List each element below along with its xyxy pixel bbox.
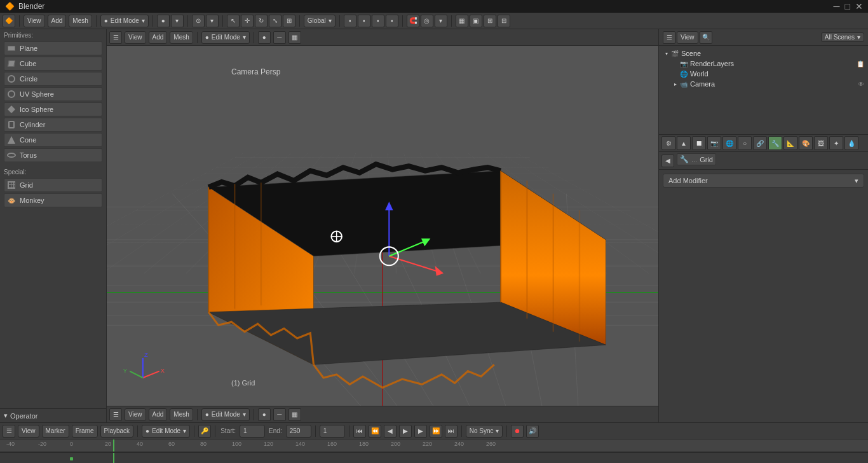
mesh-menu[interactable]: Mesh xyxy=(69,15,92,27)
props-icon-render[interactable]: 📷 xyxy=(707,136,721,150)
right-view-btn[interactable]: View xyxy=(677,31,698,44)
primitive-plane[interactable]: Plane xyxy=(4,41,102,55)
viewport-view-menu[interactable]: View xyxy=(125,31,146,44)
display-icon-1[interactable]: ▦ xyxy=(456,15,468,27)
timeline-track[interactable] xyxy=(0,452,868,463)
primitive-circle[interactable]: Circle xyxy=(4,72,102,86)
timeline-playback-menu[interactable]: Playback xyxy=(100,425,134,438)
props-icon-scene[interactable]: 🔲 xyxy=(692,136,706,150)
viewport-menu-icon[interactable]: ☰ xyxy=(109,31,122,44)
layer-icon-1[interactable]: ▪ xyxy=(344,15,356,27)
play-next-frame-btn[interactable]: ▶ xyxy=(414,425,427,438)
primitive-cone[interactable]: Cone xyxy=(4,133,102,147)
props-icon-data[interactable]: 📐 xyxy=(783,136,797,150)
primitive-uvsphere[interactable]: UV Sphere xyxy=(4,87,102,101)
footer-face-select[interactable]: ▦ xyxy=(288,408,301,421)
operator-header[interactable]: ▾ Operator xyxy=(4,411,102,420)
rotate-icon[interactable]: ↻ xyxy=(255,15,268,27)
record-btn[interactable]: ⏺ xyxy=(511,425,524,438)
close-button[interactable]: ✕ xyxy=(855,1,863,11)
outliner-world[interactable]: 🌐 World xyxy=(661,69,865,79)
viewport-footer-add[interactable]: Add xyxy=(149,408,168,421)
timeline-marker-menu[interactable]: Marker xyxy=(42,425,69,438)
shading-solid-icon[interactable]: ● xyxy=(157,15,170,27)
viewport-mesh-menu[interactable]: Mesh xyxy=(170,31,193,44)
grab-icon[interactable]: ✛ xyxy=(241,15,254,27)
timeline-frame-menu[interactable]: Frame xyxy=(72,425,98,438)
add-menu[interactable]: Add xyxy=(48,15,67,27)
timeline-view-menu[interactable]: View xyxy=(18,425,39,438)
add-modifier-button[interactable]: Add Modifier ▾ xyxy=(663,174,864,188)
layer-icon-2[interactable]: ▪ xyxy=(358,15,370,27)
mesh-face-select[interactable]: ▦ xyxy=(288,31,301,44)
view-menu[interactable]: View xyxy=(24,15,45,27)
viewport-edit-mode[interactable]: ● Edit Mode ▾ xyxy=(201,31,250,44)
snap-toggle-icon[interactable]: 🧲 xyxy=(407,15,419,27)
viewport-canvas[interactable]: Camera Persp xyxy=(107,46,658,406)
pivot-dropdown-icon[interactable]: ▾ xyxy=(206,15,219,27)
timeline-ruler[interactable]: -40 -20 0 20 40 60 80 100 120 140 160 18… xyxy=(0,439,868,452)
special-grid[interactable]: Grid xyxy=(4,178,102,192)
footer-vert-select[interactable]: ● xyxy=(258,408,271,421)
props-icon-texture[interactable]: 🖼 xyxy=(814,136,828,150)
props-icon-world[interactable]: 🌐 xyxy=(722,136,736,150)
outliner-scene[interactable]: ▾ 🎬 Scene xyxy=(661,48,865,59)
viewport-footer-menu[interactable]: ☰ xyxy=(109,408,122,421)
play-btn[interactable]: ▶ xyxy=(399,425,412,438)
viewport[interactable]: ☰ View Add Mesh ● Edit Mode ▾ ● ─ ▦ Came… xyxy=(107,29,658,422)
timeline-key-icon[interactable]: 🔑 xyxy=(198,425,211,438)
props-icon-modifier[interactable]: 🔧 xyxy=(768,136,782,150)
outliner-camera[interactable]: ▸ 📹 Camera 👁 xyxy=(661,79,865,89)
props-icon-material[interactable]: 🎨 xyxy=(799,136,813,150)
primitive-icosphere[interactable]: Ico Sphere xyxy=(4,102,102,116)
transform-icon[interactable]: ⊞ xyxy=(283,15,295,27)
global-dropdown[interactable]: Global ▾ xyxy=(304,15,336,27)
audio-btn[interactable]: 🔊 xyxy=(526,425,539,438)
play-prev-frame-btn[interactable]: ◀ xyxy=(384,425,397,438)
end-frame-input[interactable]: 250 xyxy=(286,425,311,438)
maximize-button[interactable]: □ xyxy=(845,1,850,11)
shading-options-icon[interactable]: ▾ xyxy=(171,15,184,27)
sync-dropdown[interactable]: No Sync ▾ xyxy=(466,425,503,438)
primitive-cube[interactable]: Cube xyxy=(4,57,102,71)
current-frame-input[interactable]: 1 xyxy=(320,425,345,438)
select-icon[interactable]: ↖ xyxy=(227,15,240,27)
props-icon-object[interactable]: ⚙ xyxy=(661,136,675,150)
display-icon-2[interactable]: ▣ xyxy=(470,15,482,27)
scene-expand-icon[interactable]: ▾ xyxy=(663,50,670,57)
layer-icon-3[interactable]: ▪ xyxy=(372,15,384,27)
special-monkey[interactable]: 🐵 Monkey xyxy=(4,193,102,207)
viewport-footer-mode[interactable]: ● Edit Mode ▾ xyxy=(201,408,250,421)
timeline-mode[interactable]: ● Edit Mode ▾ xyxy=(142,425,190,438)
start-frame-input[interactable]: 1 xyxy=(240,425,265,438)
edit-mode-dropdown[interactable]: ● Edit Mode ▾ xyxy=(100,15,149,27)
timeline-menu-icon[interactable]: ☰ xyxy=(3,425,15,438)
snap-options-icon[interactable]: ▾ xyxy=(435,15,447,27)
blender-menu-icon[interactable]: 🔶 xyxy=(3,15,15,27)
viewport-footer-view[interactable]: View xyxy=(125,408,146,421)
search-icon[interactable]: 🔍 xyxy=(700,31,712,44)
right-view-icon[interactable]: ☰ xyxy=(663,31,675,44)
play-next-key-btn[interactable]: ⏩ xyxy=(430,425,442,438)
play-jump-start-btn[interactable]: ⏮ xyxy=(353,425,366,438)
props-icon-object2[interactable]: ○ xyxy=(738,136,752,150)
scale-icon[interactable]: ⤡ xyxy=(269,15,281,27)
props-icon-physics[interactable]: 💧 xyxy=(844,136,858,150)
mesh-edge-select[interactable]: ─ xyxy=(273,31,286,44)
props-icon-mesh[interactable]: ▲ xyxy=(677,136,691,150)
play-jump-end-btn[interactable]: ⏭ xyxy=(445,425,458,438)
primitive-cylinder[interactable]: Cylinder xyxy=(4,118,102,132)
minimize-button[interactable]: ─ xyxy=(834,1,840,11)
mesh-vert-select[interactable]: ● xyxy=(258,31,271,44)
footer-edge-select[interactable]: ─ xyxy=(273,408,286,421)
display-icon-4[interactable]: ⊟ xyxy=(498,15,510,27)
props-nav-back[interactable]: ◀ xyxy=(661,155,674,167)
outliner-renderlayers[interactable]: 📷 RenderLayers 📋 xyxy=(661,59,865,69)
display-icon-3[interactable]: ⊞ xyxy=(484,15,496,27)
viewport-footer-mesh[interactable]: Mesh xyxy=(170,408,193,421)
pivot-icon[interactable]: ⊙ xyxy=(192,15,205,27)
primitive-torus[interactable]: Torus xyxy=(4,148,102,162)
snap-type-icon[interactable]: ◎ xyxy=(421,15,433,27)
play-prev-key-btn[interactable]: ⏪ xyxy=(369,425,381,438)
layer-icon-4[interactable]: ▪ xyxy=(386,15,398,27)
